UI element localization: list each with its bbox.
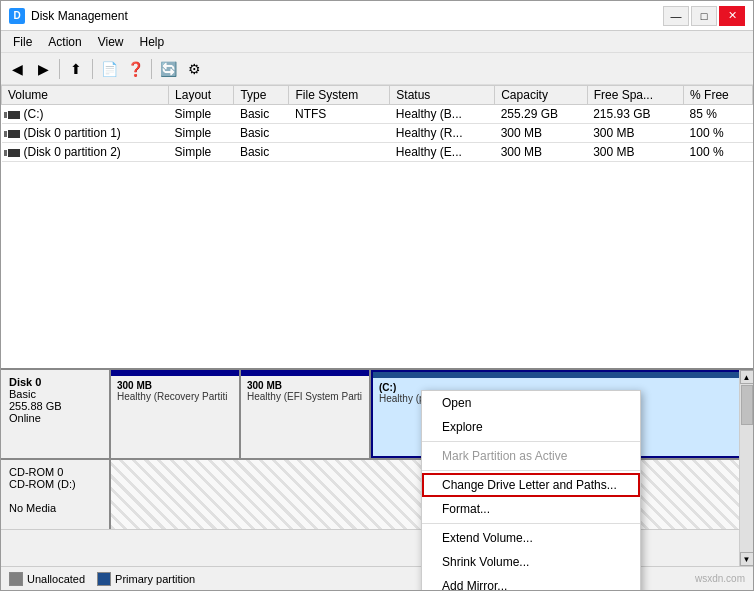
minimize-button[interactable]: —: [663, 6, 689, 26]
legend-primary-label: Primary partition: [115, 573, 195, 585]
cell-pct: 85 %: [684, 105, 753, 124]
ctx-explore[interactable]: Explore: [422, 415, 640, 439]
cdrom0-drive: CD-ROM (D:): [9, 478, 101, 490]
legend-unallocated-label: Unallocated: [27, 573, 85, 585]
ctx-extend-volume[interactable]: Extend Volume...: [422, 526, 640, 550]
cell-free: 215.93 GB: [587, 105, 683, 124]
menu-help[interactable]: Help: [132, 33, 173, 51]
cell-layout: Simple: [169, 143, 234, 162]
menu-bar: File Action View Help: [1, 31, 753, 53]
toolbar-separator-3: [151, 59, 152, 79]
partition-bar: [373, 372, 751, 378]
partition-recovery[interactable]: 300 MB Healthy (Recovery Partiti: [111, 370, 241, 458]
disk0-name: Disk 0: [9, 376, 101, 388]
cell-fs: [289, 143, 390, 162]
settings-button[interactable]: ⚙: [182, 57, 206, 81]
ctx-add-mirror[interactable]: Add Mirror...: [422, 574, 640, 590]
cell-layout: Simple: [169, 124, 234, 143]
legend-primary: Primary partition: [97, 572, 195, 586]
close-button[interactable]: ✕: [719, 6, 745, 26]
col-type[interactable]: Type: [234, 86, 289, 105]
properties-button[interactable]: 📄: [97, 57, 121, 81]
scroll-up-button[interactable]: ▲: [740, 370, 754, 384]
title-controls: — □ ✕: [663, 6, 745, 26]
cdrom0-name: CD-ROM 0: [9, 466, 101, 478]
main-area: Volume Layout Type File System Status Ca…: [1, 85, 753, 590]
partition-size: 300 MB: [117, 380, 233, 391]
watermark: wsxdn.com: [695, 573, 745, 584]
cell-type: Basic: [234, 124, 289, 143]
window-title: Disk Management: [31, 9, 128, 23]
menu-file[interactable]: File: [5, 33, 40, 51]
partition-size: 300 MB: [247, 380, 363, 391]
cell-pct: 100 %: [684, 124, 753, 143]
disk0-type: Basic: [9, 388, 101, 400]
ctx-format[interactable]: Format...: [422, 497, 640, 521]
cdrom0-status: No Media: [9, 502, 101, 514]
table-row[interactable]: (Disk 0 partition 1) Simple Basic Health…: [2, 124, 753, 143]
cell-volume: (C:): [2, 105, 169, 124]
disk0-label: Disk 0 Basic 255.88 GB Online: [1, 370, 111, 458]
cell-free: 300 MB: [587, 143, 683, 162]
menu-view[interactable]: View: [90, 33, 132, 51]
table-row[interactable]: (Disk 0 partition 2) Simple Basic Health…: [2, 143, 753, 162]
ctx-open[interactable]: Open: [422, 391, 640, 415]
toolbar: ◀ ▶ ⬆ 📄 ❓ 🔄 ⚙: [1, 53, 753, 85]
toolbar-separator-2: [92, 59, 93, 79]
context-menu: Open Explore Mark Partition as Active Ch…: [421, 390, 641, 590]
cell-status: Healthy (B...: [390, 105, 495, 124]
legend-unallocated: Unallocated: [9, 572, 85, 586]
cell-layout: Simple: [169, 105, 234, 124]
cell-volume: (Disk 0 partition 1): [2, 124, 169, 143]
refresh-button[interactable]: 🔄: [156, 57, 180, 81]
upper-panel: Volume Layout Type File System Status Ca…: [1, 85, 753, 370]
partition-efi[interactable]: 300 MB Healthy (EFI System Parti: [241, 370, 371, 458]
cell-free: 300 MB: [587, 124, 683, 143]
col-freespace[interactable]: Free Spa...: [587, 86, 683, 105]
cell-capacity: 300 MB: [495, 143, 587, 162]
ctx-change-drive-letter[interactable]: Change Drive Letter and Paths...: [422, 473, 640, 497]
toolbar-separator-1: [59, 59, 60, 79]
cell-status: Healthy (E...: [390, 143, 495, 162]
up-button[interactable]: ⬆: [64, 57, 88, 81]
col-filesystem[interactable]: File System: [289, 86, 390, 105]
ctx-separator-2: [422, 470, 640, 471]
scroll-thumb[interactable]: [741, 385, 753, 425]
cell-capacity: 300 MB: [495, 124, 587, 143]
menu-action[interactable]: Action: [40, 33, 89, 51]
app-icon: D: [9, 8, 25, 24]
lower-scrollbar[interactable]: ▲ ▼: [739, 370, 753, 566]
col-volume[interactable]: Volume: [2, 86, 169, 105]
scroll-down-button[interactable]: ▼: [740, 552, 754, 566]
maximize-button[interactable]: □: [691, 6, 717, 26]
cell-fs: [289, 124, 390, 143]
col-status[interactable]: Status: [390, 86, 495, 105]
ctx-separator-3: [422, 523, 640, 524]
volume-table: Volume Layout Type File System Status Ca…: [1, 85, 753, 162]
col-pctfree[interactable]: % Free: [684, 86, 753, 105]
help-button[interactable]: ❓: [123, 57, 147, 81]
ctx-mark-active: Mark Partition as Active: [422, 444, 640, 468]
disk0-size: 255.88 GB: [9, 400, 101, 412]
ctx-shrink-volume[interactable]: Shrink Volume...: [422, 550, 640, 574]
cell-type: Basic: [234, 143, 289, 162]
lower-panel: Disk 0 Basic 255.88 GB Online 300 MB Hea…: [1, 370, 753, 590]
cell-fs: NTFS: [289, 105, 390, 124]
partition-label: Healthy (Recovery Partiti: [117, 391, 233, 402]
ctx-separator-1: [422, 441, 640, 442]
table-row[interactable]: (C:) Simple Basic NTFS Healthy (B... 255…: [2, 105, 753, 124]
scroll-track: [740, 384, 753, 552]
col-capacity[interactable]: Capacity: [495, 86, 587, 105]
legend-primary-color: [97, 572, 111, 586]
col-layout[interactable]: Layout: [169, 86, 234, 105]
forward-button[interactable]: ▶: [31, 57, 55, 81]
cell-status: Healthy (R...: [390, 124, 495, 143]
disk0-status: Online: [9, 412, 101, 424]
cell-capacity: 255.29 GB: [495, 105, 587, 124]
legend-unallocated-color: [9, 572, 23, 586]
title-bar: D Disk Management — □ ✕: [1, 1, 753, 31]
cell-type: Basic: [234, 105, 289, 124]
cell-volume: (Disk 0 partition 2): [2, 143, 169, 162]
partition-bar: [241, 370, 369, 376]
back-button[interactable]: ◀: [5, 57, 29, 81]
